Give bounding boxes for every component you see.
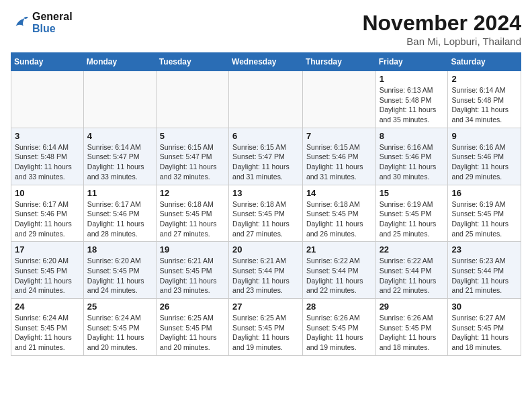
day-number: 13	[232, 188, 299, 198]
day-info: Sunrise: 6:14 AMSunset: 5:48 PMDaylight:…	[15, 142, 80, 182]
calendar-cell: 18Sunrise: 6:20 AMSunset: 5:45 PMDayligh…	[83, 242, 156, 299]
calendar-cell: 24Sunrise: 6:24 AMSunset: 5:45 PMDayligh…	[11, 299, 84, 356]
day-number: 3	[15, 131, 80, 141]
day-number: 19	[160, 244, 225, 255]
day-number: 24	[15, 302, 80, 312]
calendar-cell	[156, 71, 228, 128]
day-info: Sunrise: 6:19 AMSunset: 5:45 PMDaylight:…	[451, 199, 517, 239]
calendar-cell: 9Sunrise: 6:16 AMSunset: 5:46 PMDaylight…	[448, 128, 521, 185]
day-info: Sunrise: 6:23 AMSunset: 5:44 PMDaylight:…	[451, 256, 517, 295]
day-number: 22	[380, 244, 445, 255]
day-number: 8	[380, 131, 445, 141]
weekday-header: Saturday	[448, 53, 521, 71]
day-info: Sunrise: 6:22 AMSunset: 5:44 PMDaylight:…	[306, 256, 372, 295]
day-number: 21	[306, 244, 372, 255]
calendar-cell: 13Sunrise: 6:18 AMSunset: 5:45 PMDayligh…	[229, 185, 303, 242]
weekday-header: Thursday	[302, 53, 375, 71]
day-info: Sunrise: 6:15 AMSunset: 5:46 PMDaylight:…	[306, 142, 372, 182]
calendar-cell: 20Sunrise: 6:21 AMSunset: 5:44 PMDayligh…	[229, 242, 303, 299]
day-info: Sunrise: 6:27 AMSunset: 5:45 PMDaylight:…	[451, 313, 517, 353]
calendar-cell: 19Sunrise: 6:21 AMSunset: 5:45 PMDayligh…	[156, 242, 228, 299]
calendar-cell: 29Sunrise: 6:26 AMSunset: 5:45 PMDayligh…	[375, 299, 448, 356]
day-number: 20	[232, 244, 299, 255]
month-title: November 2024	[362, 11, 521, 36]
day-number: 2	[451, 74, 517, 84]
calendar-cell: 22Sunrise: 6:22 AMSunset: 5:44 PMDayligh…	[375, 242, 448, 299]
location: Ban Mi, Lopburi, Thailand	[362, 36, 521, 47]
weekday-header: Wednesday	[229, 53, 303, 71]
day-info: Sunrise: 6:13 AMSunset: 5:48 PMDaylight:…	[380, 85, 445, 125]
calendar-cell: 3Sunrise: 6:14 AMSunset: 5:48 PMDaylight…	[11, 128, 84, 185]
calendar-cell	[229, 71, 303, 128]
calendar-cell: 25Sunrise: 6:24 AMSunset: 5:45 PMDayligh…	[83, 299, 156, 356]
day-number: 26	[160, 302, 225, 312]
calendar-cell: 28Sunrise: 6:26 AMSunset: 5:45 PMDayligh…	[302, 299, 375, 356]
weekday-header: Sunday	[11, 53, 84, 71]
day-number: 27	[232, 302, 299, 312]
day-number: 28	[306, 302, 372, 312]
day-number: 30	[451, 302, 517, 312]
calendar-cell: 6Sunrise: 6:15 AMSunset: 5:47 PMDaylight…	[229, 128, 303, 185]
calendar-row: 10Sunrise: 6:17 AMSunset: 5:46 PMDayligh…	[11, 185, 521, 242]
day-info: Sunrise: 6:25 AMSunset: 5:45 PMDaylight:…	[160, 313, 225, 353]
calendar-cell: 8Sunrise: 6:16 AMSunset: 5:46 PMDaylight…	[375, 128, 448, 185]
day-info: Sunrise: 6:14 AMSunset: 5:47 PMDaylight:…	[87, 142, 152, 182]
weekday-header: Monday	[83, 53, 156, 71]
header: General Blue November 2024 Ban Mi, Lopbu…	[11, 11, 521, 47]
day-info: Sunrise: 6:19 AMSunset: 5:45 PMDaylight:…	[380, 199, 445, 239]
day-number: 11	[87, 188, 152, 198]
day-number: 10	[15, 188, 80, 198]
day-number: 14	[306, 188, 372, 198]
day-number: 29	[380, 302, 445, 312]
day-info: Sunrise: 6:16 AMSunset: 5:46 PMDaylight:…	[380, 142, 445, 182]
calendar-cell: 7Sunrise: 6:15 AMSunset: 5:46 PMDaylight…	[302, 128, 375, 185]
day-info: Sunrise: 6:25 AMSunset: 5:45 PMDaylight:…	[232, 313, 299, 353]
day-number: 12	[160, 188, 225, 198]
day-info: Sunrise: 6:20 AMSunset: 5:45 PMDaylight:…	[87, 256, 152, 295]
calendar-cell: 30Sunrise: 6:27 AMSunset: 5:45 PMDayligh…	[448, 299, 521, 356]
logo-icon	[11, 13, 30, 32]
day-number: 5	[160, 131, 225, 141]
calendar-cell: 1Sunrise: 6:13 AMSunset: 5:48 PMDaylight…	[375, 71, 448, 128]
calendar-cell: 4Sunrise: 6:14 AMSunset: 5:47 PMDaylight…	[83, 128, 156, 185]
day-info: Sunrise: 6:15 AMSunset: 5:47 PMDaylight:…	[232, 142, 299, 182]
day-number: 4	[87, 131, 152, 141]
calendar-row: 17Sunrise: 6:20 AMSunset: 5:45 PMDayligh…	[11, 242, 521, 299]
logo: General Blue	[11, 11, 73, 35]
day-info: Sunrise: 6:26 AMSunset: 5:45 PMDaylight:…	[380, 313, 445, 353]
logo-text: General Blue	[32, 11, 73, 35]
day-number: 18	[87, 244, 152, 255]
calendar-row: 1Sunrise: 6:13 AMSunset: 5:48 PMDaylight…	[11, 71, 521, 128]
title-area: November 2024 Ban Mi, Lopburi, Thailand	[362, 11, 521, 47]
calendar-cell: 15Sunrise: 6:19 AMSunset: 5:45 PMDayligh…	[375, 185, 448, 242]
calendar-cell	[83, 71, 156, 128]
calendar-cell	[302, 71, 375, 128]
day-info: Sunrise: 6:20 AMSunset: 5:45 PMDaylight:…	[15, 256, 80, 295]
calendar-row: 3Sunrise: 6:14 AMSunset: 5:48 PMDaylight…	[11, 128, 521, 185]
day-info: Sunrise: 6:21 AMSunset: 5:44 PMDaylight:…	[232, 256, 299, 295]
calendar-cell: 14Sunrise: 6:18 AMSunset: 5:45 PMDayligh…	[302, 185, 375, 242]
calendar-cell: 16Sunrise: 6:19 AMSunset: 5:45 PMDayligh…	[448, 185, 521, 242]
day-number: 15	[380, 188, 445, 198]
calendar-cell: 26Sunrise: 6:25 AMSunset: 5:45 PMDayligh…	[156, 299, 228, 356]
day-number: 25	[87, 302, 152, 312]
day-info: Sunrise: 6:16 AMSunset: 5:46 PMDaylight:…	[451, 142, 517, 182]
day-number: 23	[451, 244, 517, 255]
calendar-header: SundayMondayTuesdayWednesdayThursdayFrid…	[11, 53, 521, 71]
day-info: Sunrise: 6:24 AMSunset: 5:45 PMDaylight:…	[15, 313, 80, 353]
calendar-cell	[11, 71, 84, 128]
day-info: Sunrise: 6:22 AMSunset: 5:44 PMDaylight:…	[380, 256, 445, 295]
calendar-row: 24Sunrise: 6:24 AMSunset: 5:45 PMDayligh…	[11, 299, 521, 356]
day-info: Sunrise: 6:17 AMSunset: 5:46 PMDaylight:…	[87, 199, 152, 239]
calendar-cell: 17Sunrise: 6:20 AMSunset: 5:45 PMDayligh…	[11, 242, 84, 299]
day-info: Sunrise: 6:15 AMSunset: 5:47 PMDaylight:…	[160, 142, 225, 182]
calendar-cell: 5Sunrise: 6:15 AMSunset: 5:47 PMDaylight…	[156, 128, 228, 185]
calendar-cell: 27Sunrise: 6:25 AMSunset: 5:45 PMDayligh…	[229, 299, 303, 356]
weekday-header: Tuesday	[156, 53, 228, 71]
day-info: Sunrise: 6:18 AMSunset: 5:45 PMDaylight:…	[306, 199, 372, 239]
day-number: 9	[451, 131, 517, 141]
day-info: Sunrise: 6:18 AMSunset: 5:45 PMDaylight:…	[232, 199, 299, 239]
weekday-header: Friday	[375, 53, 448, 71]
day-info: Sunrise: 6:18 AMSunset: 5:45 PMDaylight:…	[160, 199, 225, 239]
day-number: 17	[15, 244, 80, 255]
